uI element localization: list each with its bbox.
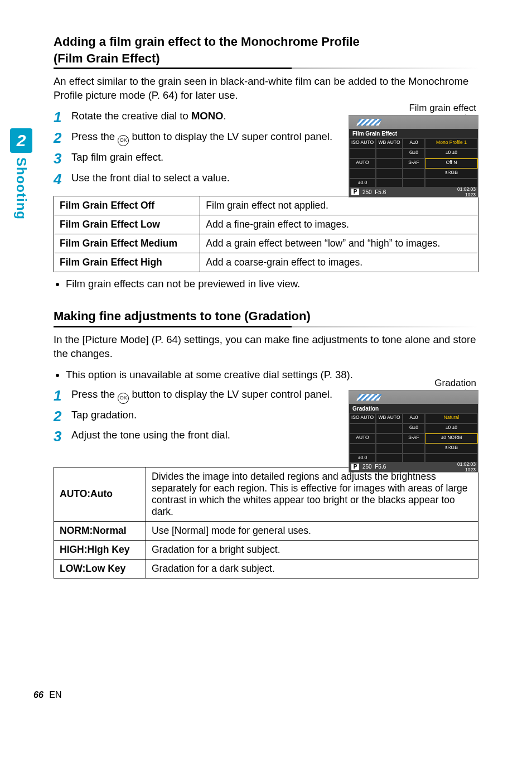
section1-screenshot: Film grain effect Film Grain Effect ISO … — [349, 103, 478, 197]
section2-steps: Gradation Gradation ISO AUTOWB AUTOA±0Na… — [54, 388, 478, 445]
lcd1-statusbar: P 250 F5.6 01:02:031023 — [349, 187, 478, 197]
ok-button-icon: OK — [118, 393, 129, 404]
section1-screenshot-caption: Film grain effect — [349, 103, 476, 114]
section2-title: Making fine adjustments to tone (Gradati… — [54, 308, 478, 325]
brand-stripes — [356, 394, 382, 401]
mode-p-icon: P — [351, 189, 359, 195]
camera-lcd-1: Film Grain Effect ISO AUTOWB AUTOA±0Mono… — [349, 115, 478, 197]
step-number: 3 — [54, 428, 71, 445]
step-number: 2 — [54, 408, 71, 425]
table-row: HIGH:High KeyGradation for a bright subj… — [54, 540, 478, 559]
table-row: Film Grain Effect LowAdd a fine-grain ef… — [54, 215, 478, 234]
camera-lcd-2: Gradation ISO AUTOWB AUTOA±0Natural G±0±… — [349, 390, 478, 472]
table-row: Film Grain Effect HighAdd a coarse-grain… — [54, 253, 478, 272]
page-lang: EN — [49, 690, 61, 700]
step-number: 1 — [54, 109, 71, 126]
step-number: 4 — [54, 171, 71, 187]
section2-screenshot-caption: Gradation — [349, 378, 476, 389]
step-number: 1 — [54, 388, 71, 404]
section2-intro: In the [Picture Mode] (P. 64) settings, … — [54, 333, 478, 361]
section1-title-line1: Adding a film grain effect to the Monoch… — [54, 35, 360, 49]
section2-table: AUTO:AutoDivides the image into detailed… — [54, 467, 478, 578]
section1-title: Adding a film grain effect to the Monoch… — [54, 33, 478, 66]
mode-p-icon: P — [351, 464, 359, 470]
table-row: NORM:NormalUse [Normal] mode for general… — [54, 521, 478, 540]
section2-screenshot: Gradation Gradation ISO AUTOWB AUTOA±0Na… — [349, 378, 478, 472]
brand-stripes — [356, 119, 382, 126]
section1-title-line2: (Film Grain Effect) — [54, 51, 160, 65]
lcd1-header: Film Grain Effect — [349, 129, 478, 138]
table-row: AUTO:AutoDivides the image into detailed… — [54, 467, 478, 521]
table-row: Film Grain Effect OffFilm grain effect n… — [54, 196, 478, 215]
section1-rule — [54, 67, 478, 69]
lcd2-statusbar: P 250 F5.6 01:02:031023 — [349, 462, 478, 472]
ok-button-icon: OK — [118, 135, 129, 146]
lcd2-header: Gradation — [349, 404, 478, 413]
page-number: 66 — [33, 690, 43, 700]
step-number: 2 — [54, 130, 71, 146]
section1-table: Film Grain Effect OffFilm grain effect n… — [54, 196, 478, 272]
section1-intro: An effect similar to the grain seen in b… — [54, 75, 478, 103]
page-footer: 66 EN — [33, 690, 61, 700]
section1-steps: Film grain effect Film Grain Effect ISO … — [54, 109, 478, 187]
section1-note: Film grain effects can not be previewed … — [54, 277, 478, 291]
step-number: 3 — [54, 151, 71, 167]
table-row: LOW:Low KeyGradation for a dark subject. — [54, 559, 478, 578]
section2-rule — [54, 326, 478, 327]
table-row: Film Grain Effect MediumAdd a grain effe… — [54, 234, 478, 253]
